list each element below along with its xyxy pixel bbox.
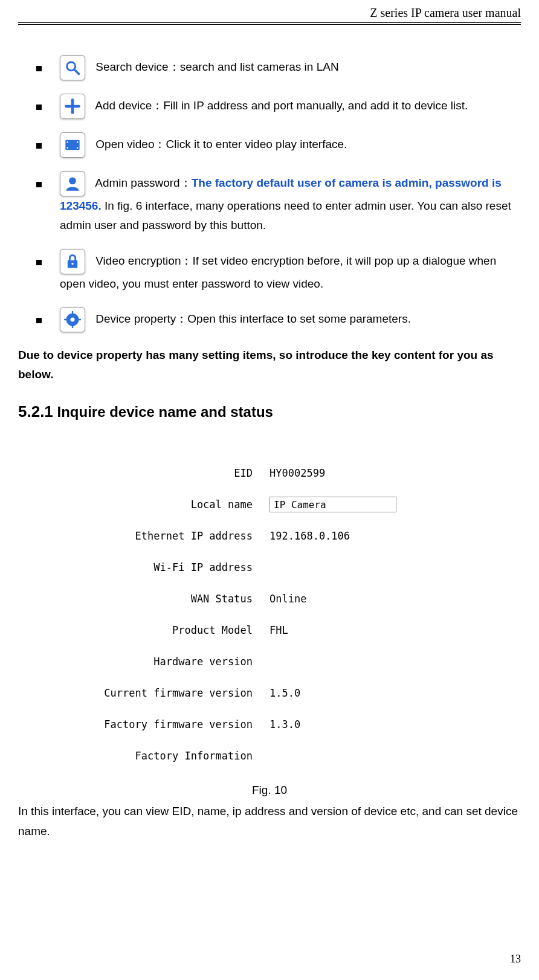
svg-rect-15 [72, 325, 73, 328]
page-number: 13 [510, 953, 521, 965]
closing-paragraph: In this interface, you can view EID, nam… [18, 802, 521, 841]
label-wifi-ip: Wi-Fi IP address [94, 561, 270, 573]
bullet-icon [36, 143, 42, 149]
bullet-icon [36, 66, 42, 71]
label-hw-version: Hardware version [94, 656, 270, 668]
feature-item-video: Open video：Click it to enter video play … [36, 132, 521, 158]
feature-label: Admin password： [95, 176, 191, 189]
row-hw-version: Hardware version [94, 646, 445, 677]
svg-rect-5 [67, 141, 68, 143]
row-wan-status: WAN Status Online [94, 583, 445, 614]
value-wan-status: Online [270, 593, 445, 605]
value-model: FHL [270, 624, 445, 636]
feature-label: Search device： [95, 60, 179, 73]
label-eid: EID [94, 467, 270, 479]
user-icon [60, 171, 85, 196]
bullet-icon [36, 318, 42, 323]
feature-label: Video encryption： [95, 254, 192, 267]
feature-desc: search and list cameras in LAN [180, 60, 339, 73]
row-fac-info: Factory Information [94, 740, 445, 772]
svg-rect-6 [67, 147, 68, 149]
row-eth-ip: Ethernet IP address 192.168.0.106 [94, 520, 445, 552]
feature-tail: In fig. 6 interface, many operations nee… [60, 199, 511, 231]
svg-rect-16 [64, 319, 67, 320]
feature-label: Add device： [95, 99, 163, 112]
row-local-name: Local name [94, 489, 445, 520]
local-name-input[interactable] [270, 497, 396, 512]
feature-item-admin: Admin password：The factory default user … [36, 171, 521, 236]
header-rule [18, 24, 521, 25]
gear-icon [60, 307, 85, 332]
bullet-icon [36, 260, 42, 265]
value-fac-fw: 1.3.0 [270, 718, 445, 730]
svg-rect-7 [77, 141, 78, 143]
feature-label: Open video： [95, 138, 166, 150]
svg-rect-8 [77, 147, 78, 149]
svg-line-1 [75, 70, 79, 74]
svg-point-13 [71, 317, 75, 321]
row-fac-fw: Factory firmware version 1.3.0 [94, 709, 445, 740]
label-cur-fw: Current firmware version [94, 687, 270, 699]
film-icon [60, 132, 85, 158]
feature-desc: Open this interface to set some paramete… [187, 312, 411, 325]
feature-desc: Click it to enter video play interface. [166, 138, 347, 150]
feature-item-add: Add device：Fill in IP address and port m… [36, 94, 521, 119]
feature-item-search: Search device：search and list cameras in… [36, 55, 521, 80]
plus-icon [60, 94, 85, 119]
note-paragraph: Due to device property has many setting … [18, 346, 521, 385]
doc-header: Z series IP camera user manual [18, 6, 521, 23]
label-fac-fw: Factory firmware version [94, 718, 270, 730]
label-eth-ip: Ethernet IP address [94, 530, 270, 542]
lock-icon [60, 249, 85, 274]
svg-rect-17 [78, 319, 81, 320]
row-cur-fw: Current firmware version 1.5.0 [94, 677, 445, 709]
row-model: Product Model FHL [94, 614, 445, 646]
label-model: Product Model [94, 624, 270, 636]
section-title: Inquire device name and status [57, 404, 273, 420]
svg-point-9 [69, 178, 76, 185]
figure-caption: Fig. 10 [18, 784, 521, 797]
label-local-name: Local name [94, 498, 270, 511]
section-heading: 5.2.1 Inquire device name and status [18, 402, 521, 421]
value-cur-fw: 1.5.0 [270, 687, 445, 699]
bullet-icon [36, 182, 42, 187]
value-eth-ip: 192.168.0.106 [270, 530, 445, 542]
bullet-icon [36, 105, 42, 110]
svg-rect-14 [72, 311, 73, 314]
feature-item-property: Device property：Open this interface to s… [36, 307, 521, 332]
row-wifi-ip: Wi-Fi IP address [94, 552, 445, 583]
label-wan-status: WAN Status [94, 593, 270, 605]
svg-point-11 [71, 262, 74, 265]
feature-desc: Fill in IP address and port manually, an… [163, 99, 468, 112]
value-eid: HY0002599 [270, 467, 445, 479]
feature-label: Device property： [95, 312, 187, 325]
section-number: 5.2.1 [18, 402, 53, 421]
feature-list: Search device：search and list cameras in… [18, 55, 521, 332]
row-eid: EID HY0002599 [94, 457, 445, 489]
search-icon [60, 55, 85, 80]
label-fac-info: Factory Information [94, 750, 270, 762]
feature-item-encrypt: Video encryption：If set video encryption… [36, 249, 521, 294]
device-info-panel: EID HY0002599 Local name Ethernet IP add… [94, 457, 445, 772]
